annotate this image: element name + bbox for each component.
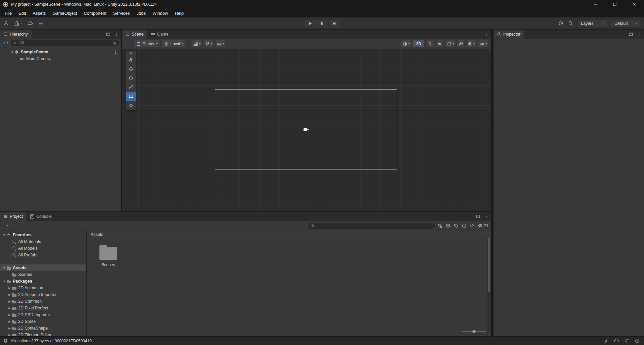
dock-options-icon[interactable] [106,32,111,37]
tool-handle-rotation-dropdown[interactable]: Local ▾ [162,40,185,47]
grid-visibility-button[interactable] [193,41,198,46]
hidden-packages-toggle[interactable]: 21 [478,223,488,228]
tab-hierarchy[interactable]: Hierarchy [0,30,32,39]
cloud-status-icon[interactable] [614,338,619,343]
project-tree-row[interactable]: ▶ 2D Animation [0,285,86,291]
grid-visibility-dropdown[interactable]: ▾ [199,43,201,45]
services-button[interactable] [38,21,44,26]
icon-size-slider[interactable] [462,329,486,334]
project-tree-row[interactable]: ▶ 2D Pixel Perfect [0,305,86,311]
tab-project[interactable]: Project [0,212,27,221]
minimize-button[interactable] [586,0,605,9]
version-control-button[interactable]: ▾ [14,21,22,26]
foldout-icon[interactable]: ▼ [2,233,6,237]
foldout-icon[interactable]: ▶ [7,327,12,330]
tab-console[interactable]: Console [27,212,55,221]
menu-item[interactable]: File [1,9,15,17]
effects-dropdown[interactable]: ▾ [453,43,454,45]
maximize-button[interactable] [605,0,625,9]
transform-tool-button[interactable] [126,101,136,110]
asset-grid[interactable]: Scenes [87,238,491,336]
create-object-button[interactable]: + ▾ [2,40,9,46]
foldout-icon[interactable]: ▶ [7,313,12,316]
status-message[interactable]: Allocation of 37 bytes at 0000021ED05004… [11,339,92,343]
kebab-menu-icon[interactable]: ⋮ [636,32,642,36]
view-tool-button[interactable] [126,55,136,64]
create-asset-button[interactable]: + ▾ [3,223,9,229]
foldout-icon[interactable]: ▶ [7,293,12,296]
filter-by-type-icon[interactable] [445,223,450,228]
project-tree-row[interactable] [0,258,86,264]
project-tree-row[interactable]: ▼ Assets [0,264,86,271]
global-search-button[interactable] [568,20,573,26]
slider-thumb[interactable] [472,330,476,333]
notifications-muted-icon[interactable] [603,338,608,343]
menu-item[interactable]: Assets [29,9,49,17]
layers-dropdown[interactable]: Layers ▾ [577,19,607,28]
foldout-icon[interactable]: ▼ [2,266,6,269]
menu-item[interactable]: Help [171,9,187,17]
project-tree-row[interactable]: ▶ 2D Aseprite Importer [0,291,86,298]
pause-button[interactable] [316,19,328,28]
filter-by-label-icon[interactable] [454,223,459,228]
open-in-search-icon[interactable] [437,223,442,228]
account-button[interactable] [3,21,9,26]
dock-options-icon[interactable] [476,214,480,219]
project-tree-row[interactable]: ▼ Favorites [0,232,86,238]
move-tool-button[interactable] [126,64,136,73]
camera-gizmo-icon[interactable] [303,128,309,132]
step-button[interactable] [328,19,340,28]
gizmos-button[interactable] [479,41,484,46]
gizmos-dropdown[interactable]: ▾ [485,43,487,45]
snap-increment-dropdown[interactable]: ▾ [223,43,224,45]
project-tree-row[interactable]: ▼ Packages [0,278,86,285]
project-tree-row[interactable]: Scenes [0,271,86,278]
asset-tile[interactable]: Scenes [95,244,121,267]
foldout-icon[interactable]: ▶ [7,333,12,336]
scene-lighting-button[interactable] [427,40,434,47]
menu-item[interactable]: Component [80,9,110,17]
hierarchy-row[interactable]: ▼ SampleScene ⋮ [0,49,121,55]
row-kebab-icon[interactable]: ⋮ [114,50,118,55]
grid-snapping-button[interactable] [205,41,210,46]
hierarchy-row[interactable]: Main Camera [0,55,121,62]
project-tree-row[interactable]: All Models [0,245,86,252]
tab-game[interactable]: Game [147,30,172,39]
kebab-menu-icon[interactable]: ⋮ [114,32,119,36]
project-search-input[interactable] [308,223,435,229]
scene-audio-button[interactable] [436,40,443,47]
open-search-window-icon[interactable] [112,41,116,45]
menu-item[interactable]: Jobs [133,9,149,17]
foldout-icon[interactable]: ▶ [7,286,12,290]
save-search-icon[interactable] [470,223,475,228]
project-tree-row[interactable]: All Prefabs [0,252,86,258]
foldout-icon[interactable]: ▼ [10,50,14,54]
hierarchy-search-input[interactable]: All [11,40,119,46]
background-tasks-icon[interactable] [635,338,640,343]
draw-mode-button[interactable] [402,41,407,46]
scale-tool-button[interactable] [126,83,136,92]
project-tree-row[interactable]: ▶ 2D Tilemap Editor [0,332,86,336]
scene-canvas[interactable]: ≡ [122,49,491,211]
project-tree-row[interactable]: All Materials [0,238,86,245]
menu-item[interactable]: GameObject [49,9,80,17]
foldout-icon[interactable]: ▶ [7,300,12,303]
close-button[interactable] [625,0,644,9]
menu-item[interactable]: Window [149,9,171,17]
dock-options-icon[interactable] [629,32,633,37]
kebab-menu-icon[interactable]: ⋮ [483,214,489,218]
toggle-2d-button[interactable]: 2D [413,40,424,47]
play-button[interactable] [304,19,316,28]
foldout-icon[interactable]: ▼ [2,280,6,283]
refresh-status-icon[interactable] [624,338,629,343]
rotate-tool-button[interactable] [126,73,136,83]
tab-inspector[interactable]: Inspector [493,30,524,39]
overlay-grip-handle[interactable]: ≡ [126,51,136,55]
tab-scene[interactable]: Scene [122,30,147,39]
status-message-icon[interactable] [3,338,8,343]
undo-history-button[interactable] [558,20,564,26]
rect-tool-button[interactable] [126,92,136,101]
grid-snapping-dropdown[interactable]: ▾ [211,43,212,45]
unimported-assets-icon[interactable] [462,223,467,228]
tool-handle-position-dropdown[interactable]: Center ▾ [134,40,160,47]
